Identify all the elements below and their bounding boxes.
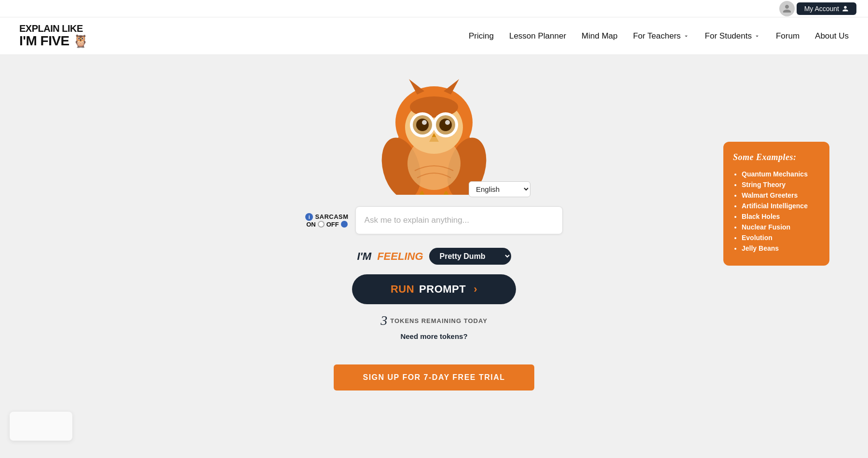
info-icon[interactable]: i (305, 213, 313, 221)
avatar (779, 1, 795, 16)
sarcasm-label: SARCASM (315, 213, 348, 220)
nav-for-students-label: For Students (705, 31, 752, 41)
need-tokens-link[interactable]: Need more tokens? (400, 332, 467, 340)
owl-image (366, 74, 502, 195)
nav-lesson-planner[interactable]: Lesson Planner (509, 31, 566, 41)
signup-label: SIGN UP FOR 7-DAY FREE TRIAL (363, 373, 505, 381)
tokens-label: TOKENS REMAINING TODAY (390, 317, 488, 324)
svg-marker-2 (409, 79, 424, 94)
run-label: RUN (391, 283, 414, 296)
tokens-count: 3 (380, 313, 387, 328)
language-select[interactable]: English Spanish French German Chinese Ja… (469, 181, 530, 197)
bottom-card-hint (10, 412, 72, 441)
nav-forum[interactable]: Forum (776, 31, 800, 41)
arrow-icon: › (474, 283, 477, 296)
prompt-label: PROMPT (419, 283, 466, 296)
center-content: English Spanish French German Chinese Ja… (265, 74, 603, 391)
sarcasm-on-label: ON (306, 221, 316, 228)
sarcasm-label-row: i SARCASM (305, 213, 348, 221)
sarcasm-radio-row: ON OFF (306, 221, 348, 228)
svg-point-10 (416, 119, 429, 131)
logo-line1: EXPLAIN LIKE (19, 23, 88, 34)
logo-text: EXPLAIN LIKE I'M FIVE 🦉 (19, 23, 88, 49)
list-item: Black Holes (742, 213, 820, 220)
feeling-row: I'M FEELING Pretty Dumb Smart Very Smart… (357, 248, 511, 265)
svg-point-13 (445, 120, 450, 125)
logo-line2: I'M FIVE 🦉 (19, 34, 88, 49)
signup-button[interactable]: SIGN UP FOR 7-DAY FREE TRIAL (334, 364, 534, 391)
sarcasm-control: i SARCASM ON OFF (305, 213, 348, 228)
sarcasm-on-radio[interactable] (318, 221, 325, 228)
svg-point-12 (422, 120, 427, 125)
nav-for-teachers-label: For Teachers (633, 31, 681, 41)
list-item: Walmart Greeters (742, 191, 820, 199)
main-search-input[interactable] (355, 206, 563, 234)
examples-list: Quantum Mechanics String Theory Walmart … (733, 170, 820, 252)
feeling-im: I'M (357, 250, 371, 263)
nav-about-us[interactable]: About Us (815, 31, 849, 41)
sarcasm-input-row: i SARCASM ON OFF (265, 206, 603, 234)
nav-for-students[interactable]: For Students (705, 31, 760, 41)
header: EXPLAIN LIKE I'M FIVE 🦉 Pricing Lesson P… (0, 17, 868, 55)
tokens-row: 3 TOKENS REMAINING TODAY (380, 313, 488, 328)
owl-icon: 🦉 (73, 34, 88, 48)
list-item: Artificial Intelligence (742, 202, 820, 210)
main-nav: Pricing Lesson Planner Mind Map For Teac… (469, 31, 849, 41)
examples-title: Some Examples: (733, 152, 820, 162)
input-row: English Spanish French German Chinese Ja… (265, 200, 603, 234)
nav-mind-map[interactable]: Mind Map (582, 31, 618, 41)
svg-marker-3 (444, 79, 459, 94)
svg-point-17 (407, 137, 461, 190)
list-item: Jelly Beans (742, 244, 820, 252)
top-bar: My Account (0, 0, 868, 17)
nav-pricing[interactable]: Pricing (469, 31, 494, 41)
my-account-label: My Account (804, 5, 839, 13)
list-item: Nuclear Fusion (742, 223, 820, 231)
list-item: String Theory (742, 181, 820, 189)
list-item: Quantum Mechanics (742, 170, 820, 178)
nav-for-teachers[interactable]: For Teachers (633, 31, 690, 41)
list-item: Evolution (742, 234, 820, 242)
logo: EXPLAIN LIKE I'M FIVE 🦉 (19, 23, 88, 49)
sarcasm-off-label: OFF (326, 221, 339, 228)
my-account-button[interactable]: My Account (797, 2, 856, 15)
main-content: English Spanish French German Chinese Ja… (0, 55, 868, 441)
feeling-select[interactable]: Pretty Dumb Smart Very Smart Einstein (429, 248, 511, 265)
sarcasm-off-radio[interactable] (341, 221, 348, 228)
examples-card: Some Examples: Quantum Mechanics String … (723, 142, 829, 266)
run-prompt-button[interactable]: RUN PROMPT › (352, 274, 516, 304)
feeling-feeling: FEELING (377, 250, 423, 263)
svg-point-11 (439, 119, 452, 131)
